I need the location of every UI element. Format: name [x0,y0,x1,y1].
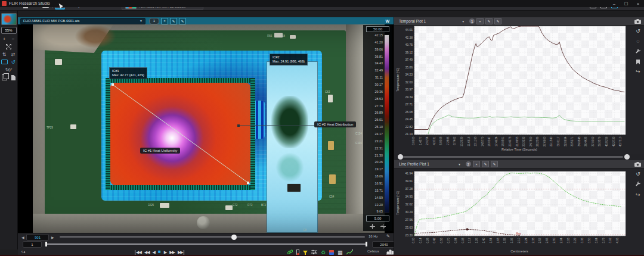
edit-framerate-icon[interactable]: ✎ [386,234,390,239]
fast-forward-button[interactable]: ▶▶ [169,250,175,255]
svg-text:0.28: 0.28 [426,238,429,243]
svg-text:17.4924: 17.4924 [495,136,498,146]
image-source-dropdown[interactable]: FLIR A8581 FLIR MIX PCB-0001.ats ▼ [20,18,145,24]
step-back-button[interactable]: ◀ [153,250,155,255]
svg-text:2.10: 2.10 [518,238,521,243]
colorbar-tick: 29.36 [363,90,383,93]
export-sequence-icon[interactable]: ↪ [21,249,26,255]
undo-icon[interactable]: ↺ [636,171,640,177]
fit-to-window-button[interactable] [5,43,12,49]
plot-snapshot-icon[interactable] [634,162,641,167]
navigator-thumbnail[interactable] [1,13,17,25]
current-frame-field[interactable]: 901 [26,234,49,241]
link-icon[interactable] [287,249,293,255]
copy-doc-icon [11,75,16,80]
export-plot-icon[interactable]: ↪ [636,192,640,198]
cursor-marker-icon[interactable] [370,224,375,229]
range-end-handle[interactable] [366,242,367,246]
skip-start-button[interactable]: ◀◀ [135,250,141,255]
copy-data-button[interactable] [10,74,17,80]
line-profile-plot-title[interactable]: Line Profile Plot 1 [399,162,429,166]
plot-snapshot-icon[interactable] [634,19,641,24]
range-start-handle[interactable] [45,242,47,246]
ic2-caption[interactable]: IC #2 Heat Distribution [314,121,356,127]
recycle-icon[interactable]: ♻ [321,249,326,255]
scale-min-value[interactable]: 5.00 [366,216,389,221]
move-scale-icon[interactable] [380,224,386,229]
range-slider-track[interactable] [45,243,367,245]
end-frame-field[interactable]: 2040 [372,241,396,248]
window-title: FLIR Research Studio [9,1,50,5]
chevron-down-icon[interactable]: ▼ [458,163,461,166]
scrollbar-left-knob[interactable] [398,154,403,160]
rotate-button[interactable]: ↻ 0° [2,67,16,73]
framerate-label[interactable]: 16 Hz [369,235,378,238]
scale-tools [363,222,392,231]
ic2-roi-label[interactable]: IC#2 Max: 24.91 (986, 469) [270,54,308,65]
zoom-in-button[interactable]: + [1,36,8,42]
skip-end-button[interactable]: ▶▶ [178,250,184,255]
rewind-button[interactable]: ◀◀ [144,250,150,255]
zoom-out-button[interactable]: − [10,36,17,42]
scrollbar-right-knob[interactable] [624,154,630,160]
undo-icon[interactable]: ↺ [636,29,640,34]
close-image-button[interactable]: × [161,18,168,24]
wrench-icon[interactable] [635,49,641,55]
temporal-chart[interactable]: 44.0142.3840.7539.1237.4935.8634.2332.60… [395,25,631,150]
table-icon[interactable]: ▦ [338,249,343,255]
svg-text:32.0694: 32.0694 [564,136,567,146]
edit-palette-button[interactable]: ✎ [179,18,186,24]
measurement-lines [18,24,394,233]
temporal-plot-tools: ↺ ◌ ↪ [631,25,644,154]
chevron-down-icon[interactable]: ▼ [462,20,465,23]
palette-icon[interactable] [329,250,334,255]
maximize-button[interactable]: ▢ [620,0,632,7]
ic1-caption[interactable]: IC #1 Heat Uniformity [140,148,180,154]
frame-slider-thumb[interactable] [231,235,237,240]
temporal-plot-title[interactable]: Temporal Plot 1 [399,19,426,23]
svg-text:0.42: 0.42 [433,238,436,243]
edit-plot-button[interactable]: ✎ [482,161,489,167]
sliders-icon[interactable] [311,249,317,255]
units-label[interactable]: Celsius [367,249,379,253]
flir-research-studio-window: FLIR Research Studio – ▢ × ≡ ↻ + ╱ ○ ▭ ⋮… [0,0,644,256]
line-profile-plot-tools: ↺ ↪ [631,168,644,256]
scrollbar-track[interactable] [402,156,623,158]
play-button[interactable]: ▶ [164,250,166,255]
edit-plot-style-button[interactable]: ✎ [491,161,498,167]
frame-next-button[interactable]: ▶ [51,235,54,239]
colorbar-tick: 23.21 [363,140,383,143]
export-plot-icon[interactable]: ↪ [636,69,640,74]
temperature-scale[interactable]: 50.00 42.1541.2039.0636.8134.4332.4931.1… [363,25,392,231]
scale-max-value[interactable]: 50.00 [366,26,389,32]
lasso-select-icon[interactable]: ◌ [636,39,639,44]
copy-image-button[interactable] [1,74,8,80]
fit-width-button[interactable]: ⇄ [10,51,17,57]
zoom-level[interactable]: 55% [1,27,17,34]
mix-blend-icon[interactable]: W [385,19,389,23]
close-button[interactable]: × [632,0,644,7]
colorbar-tick: 42.15 [363,34,383,37]
close-plot-button[interactable]: × [476,18,484,24]
edit-plot-button[interactable]: ✎ [485,18,493,24]
fit-height-button[interactable]: ⇅ [1,51,8,57]
reset-view-button[interactable]: ↺ [10,59,17,65]
minimize-button[interactable]: – [608,0,620,7]
frame-prev-button[interactable]: ◀ [21,235,24,239]
edit-image-button[interactable]: ✎ [170,18,177,24]
frame-slider-track[interactable] [60,236,365,238]
line-profile-chart[interactable]: Max41.9439.6137.2834.9532.6230.2927.9625… [395,168,631,255]
start-frame-field[interactable]: 1 [23,241,42,248]
profile-chart-icon[interactable] [346,249,353,255]
filter-icon[interactable] [303,251,308,254]
edit-plot-style-button[interactable]: ✎ [494,18,501,24]
fit-icon [6,44,11,49]
thermal-image-view[interactable]: R55B58C63TP29C124C104C543225C72R73B72G8 … [18,24,394,233]
ic1-roi-label[interactable]: IC#1 Max: 42.77 (421, 479) [109,67,147,79]
wrench-icon[interactable] [635,182,641,188]
close-plot-button[interactable]: × [473,161,480,167]
bookmark-icon[interactable] [636,60,640,64]
plot-scrollbar[interactable] [394,154,644,160]
svg-text:41.94: 41.94 [405,171,413,175]
screen-view-button[interactable] [1,59,8,65]
